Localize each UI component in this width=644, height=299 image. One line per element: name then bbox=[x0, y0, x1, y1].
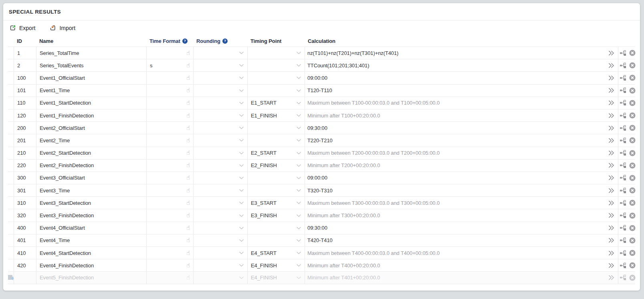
delete-icon[interactable] bbox=[629, 87, 636, 94]
timing-point-select[interactable]: E2_START bbox=[247, 147, 305, 159]
chevron-down-icon[interactable] bbox=[239, 101, 244, 105]
name-cell[interactable]: Event5_FinishDetection bbox=[36, 272, 146, 283]
chevron-down-icon[interactable] bbox=[296, 76, 301, 79]
time-format-cell[interactable]: ☝ bbox=[146, 222, 193, 234]
calculation-cell[interactable]: Minimum after T100+00:20:00.0 bbox=[305, 109, 618, 121]
expand-icon[interactable] bbox=[608, 50, 615, 56]
chevron-down-icon[interactable] bbox=[296, 64, 301, 67]
chevron-down-icon[interactable] bbox=[239, 201, 244, 204]
calculation-cell[interactable]: TTCount(101;201;301;401) bbox=[305, 59, 618, 71]
help-icon[interactable]: ? bbox=[222, 38, 228, 44]
chevron-down-icon[interactable] bbox=[296, 51, 301, 55]
calculation-cell[interactable]: Minimum after T200+00:20:00.0 bbox=[305, 160, 618, 172]
time-format-cell[interactable]: ☝ bbox=[146, 172, 193, 184]
time-format-cell[interactable]: ☝ bbox=[146, 197, 193, 209]
chevron-down-icon[interactable] bbox=[296, 89, 301, 92]
delete-icon[interactable] bbox=[629, 175, 636, 181]
delete-icon[interactable] bbox=[629, 212, 636, 219]
expand-icon[interactable] bbox=[608, 200, 615, 206]
chevron-down-icon[interactable] bbox=[239, 239, 244, 242]
chevron-down-icon[interactable] bbox=[296, 176, 301, 180]
import-button[interactable]: Import bbox=[50, 25, 75, 31]
rounding-select[interactable] bbox=[193, 109, 247, 121]
rounding-select[interactable] bbox=[193, 59, 247, 71]
delete-icon[interactable] bbox=[629, 75, 636, 81]
rounding-select[interactable] bbox=[193, 209, 247, 221]
chevron-down-icon[interactable] bbox=[296, 126, 301, 129]
structure-icon[interactable] bbox=[620, 250, 626, 256]
chevron-down-icon[interactable] bbox=[296, 101, 301, 105]
timing-point-select[interactable] bbox=[247, 47, 305, 59]
time-format-cell[interactable]: ☝ bbox=[146, 85, 193, 97]
hand-click-icon[interactable]: ☝ bbox=[186, 125, 190, 131]
expand-icon[interactable] bbox=[608, 125, 615, 131]
structure-icon[interactable] bbox=[620, 263, 626, 269]
name-cell[interactable]: Event3_FinishDetection bbox=[36, 209, 146, 221]
calculation-cell[interactable]: Minimum after T400+00:20:00.0 bbox=[305, 259, 618, 271]
structure-icon[interactable] bbox=[620, 100, 626, 106]
structure-icon[interactable] bbox=[620, 63, 626, 69]
chevron-down-icon[interactable] bbox=[296, 189, 301, 192]
hand-click-icon[interactable]: ☝ bbox=[186, 175, 190, 181]
calculation-cell[interactable]: Maximum between T300-00:00:03.0 and T300… bbox=[305, 197, 618, 209]
name-cell[interactable]: Event1_OfficialStart bbox=[36, 72, 146, 84]
hand-click-icon[interactable]: ☝ bbox=[186, 275, 190, 281]
chevron-down-icon[interactable] bbox=[296, 264, 301, 267]
expand-icon[interactable] bbox=[608, 237, 615, 243]
delete-icon[interactable] bbox=[629, 150, 636, 156]
delete-icon[interactable] bbox=[629, 100, 636, 106]
name-cell[interactable]: Event2_OfficialStart bbox=[36, 122, 146, 134]
name-cell[interactable]: Event1_StartDetection bbox=[36, 97, 146, 109]
name-cell[interactable]: Event4_Time bbox=[36, 234, 146, 246]
calculation-cell[interactable]: Maximum between T100-00:00:03.0 and T100… bbox=[305, 97, 618, 109]
expand-icon[interactable] bbox=[608, 100, 615, 106]
timing-point-select[interactable]: E3_FINISH bbox=[247, 209, 305, 221]
chevron-down-icon[interactable] bbox=[296, 114, 301, 117]
expand-icon[interactable] bbox=[608, 137, 615, 143]
delete-icon[interactable] bbox=[629, 62, 636, 69]
delete-icon[interactable] bbox=[629, 112, 636, 119]
hand-click-icon[interactable]: ☝ bbox=[186, 250, 190, 256]
expand-icon[interactable] bbox=[608, 212, 615, 218]
expand-icon[interactable] bbox=[608, 225, 615, 231]
expand-icon[interactable] bbox=[608, 263, 615, 269]
rounding-select[interactable] bbox=[193, 85, 247, 97]
chevron-down-icon[interactable] bbox=[239, 214, 244, 217]
delete-icon[interactable] bbox=[629, 262, 636, 269]
chevron-down-icon[interactable] bbox=[296, 214, 301, 217]
expand-icon[interactable] bbox=[608, 275, 615, 281]
time-format-cell[interactable]: ☝ bbox=[146, 234, 193, 246]
time-format-cell[interactable]: ☝ bbox=[146, 259, 193, 271]
time-format-cell[interactable]: ☝ bbox=[146, 160, 193, 172]
timing-point-select[interactable]: E4_FINISH bbox=[247, 259, 305, 271]
chevron-down-icon[interactable] bbox=[239, 152, 244, 155]
name-cell[interactable]: Event4_FinishDetection bbox=[36, 259, 146, 271]
name-cell[interactable]: Series_TotalEvents bbox=[36, 59, 146, 71]
chevron-down-icon[interactable] bbox=[296, 276, 301, 279]
chevron-down-icon[interactable] bbox=[239, 189, 244, 192]
timing-point-select[interactable] bbox=[247, 59, 305, 71]
time-format-cell[interactable]: ☝ bbox=[146, 122, 193, 134]
rounding-select[interactable] bbox=[193, 234, 247, 246]
expand-icon[interactable] bbox=[608, 250, 615, 256]
chevron-down-icon[interactable] bbox=[239, 226, 244, 230]
chevron-down-icon[interactable] bbox=[296, 201, 301, 204]
expand-icon[interactable] bbox=[608, 113, 615, 119]
hand-click-icon[interactable]: ☝ bbox=[186, 50, 190, 56]
structure-icon[interactable] bbox=[620, 237, 626, 243]
name-cell[interactable]: Event3_Time bbox=[36, 184, 146, 196]
delete-icon[interactable] bbox=[629, 275, 636, 281]
structure-icon[interactable] bbox=[620, 75, 626, 81]
calculation-cell[interactable]: T120-T110 bbox=[305, 85, 618, 97]
structure-icon[interactable] bbox=[620, 162, 626, 168]
chevron-down-icon[interactable] bbox=[296, 164, 301, 167]
calculation-cell[interactable]: nz(T101)+nz(T201)+nz(T301)+nz(T401) bbox=[305, 47, 618, 59]
calculation-cell[interactable]: Minimum after T300+00:20:00.0 bbox=[305, 209, 618, 221]
calculation-cell[interactable]: 09:00:00 bbox=[305, 172, 618, 184]
name-cell[interactable]: Event1_Time bbox=[36, 85, 146, 97]
delete-icon[interactable] bbox=[629, 137, 636, 143]
chevron-down-icon[interactable] bbox=[296, 152, 301, 155]
chevron-down-icon[interactable] bbox=[296, 139, 301, 142]
rounding-select[interactable] bbox=[193, 147, 247, 159]
expand-icon[interactable] bbox=[608, 188, 615, 194]
